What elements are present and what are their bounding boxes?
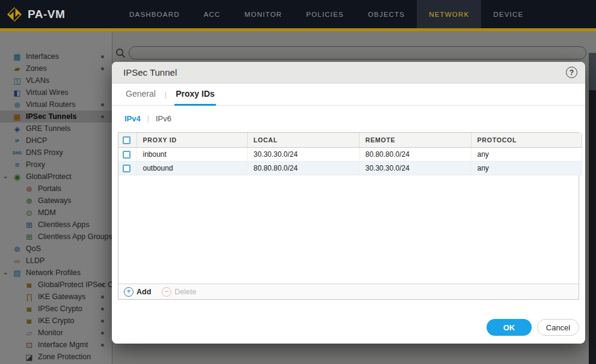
top-navbar: PA-VM DASHBOARD ACC MONITOR POLICIES OBJ… (0, 0, 596, 28)
table-row[interactable]: inbount 30.30.30.0/24 80.80.80.0/24 any (118, 147, 582, 161)
cell-proxy-id: inbount (137, 147, 247, 161)
cell-local: 80.80.80.0/24 (247, 161, 359, 175)
subtab-separator: | (147, 114, 149, 123)
nav-item-objects[interactable]: OBJECTS (356, 0, 417, 28)
row-checkbox[interactable] (123, 165, 131, 172)
cell-protocol: any (471, 161, 582, 175)
column-header-protocol[interactable]: PROTOCOL (471, 133, 582, 147)
nav-item-monitor[interactable]: MONITOR (233, 0, 295, 28)
dialog-title: IPSec Tunnel (123, 67, 177, 77)
minus-circle-icon: − (162, 287, 171, 297)
nav-menu: DASHBOARD ACC MONITOR POLICIES OBJECTS N… (117, 0, 535, 28)
nav-item-device[interactable]: DEVICE (481, 0, 535, 28)
cancel-button[interactable]: Cancel (537, 319, 579, 336)
proxy-id-table-container: PROXY ID LOCAL REMOTE PROTOCOL inbount 3… (118, 132, 579, 300)
nav-item-dashboard[interactable]: DASHBOARD (117, 0, 192, 28)
brand: PA-VM (0, 0, 117, 28)
nav-item-policies[interactable]: POLICIES (294, 0, 356, 28)
row-checkbox[interactable] (123, 151, 131, 159)
dialog-buttons: OK Cancel (487, 319, 579, 336)
tab-separator: | (165, 83, 167, 105)
table-header-row: PROXY ID LOCAL REMOTE PROTOCOL (118, 133, 582, 147)
cell-remote: 30.30.30.0/24 (359, 161, 471, 175)
dialog-tabs: General | Proxy IDs (112, 83, 585, 106)
column-header-remote[interactable]: REMOTE (359, 133, 471, 147)
select-all-checkbox[interactable] (123, 136, 131, 144)
subtab-ipv4[interactable]: IPv4 (124, 114, 141, 123)
subtab-ipv6[interactable]: IPv6 (156, 114, 171, 123)
add-button[interactable]: + Add (124, 287, 151, 297)
ipsec-tunnel-dialog: IPSec Tunnel ? General | Proxy IDs IPv4 … (112, 62, 585, 344)
table-footer: + Add − Delete (118, 284, 579, 299)
tab-general[interactable]: General (124, 83, 157, 106)
cell-local: 30.30.30.0/24 (247, 147, 359, 161)
plus-circle-icon: + (124, 287, 134, 297)
cell-remote: 80.80.80.0/24 (359, 147, 471, 161)
column-header-proxy-id[interactable]: PROXY ID (137, 133, 247, 147)
cell-proxy-id: outbound (137, 161, 247, 175)
nav-item-acc[interactable]: ACC (192, 0, 233, 28)
help-icon[interactable]: ? (566, 67, 577, 78)
column-header-local[interactable]: LOCAL (247, 133, 359, 147)
ok-button[interactable]: OK (487, 319, 532, 336)
cell-protocol: any (471, 147, 582, 161)
pan-logo-icon (7, 7, 22, 22)
proxy-id-table: PROXY ID LOCAL REMOTE PROTOCOL inbount 3… (118, 133, 582, 175)
ip-version-subtabs: IPv4 | IPv6 (124, 111, 171, 126)
dialog-header: IPSec Tunnel ? (112, 62, 585, 83)
brand-name: PA-VM (28, 8, 65, 21)
delete-button[interactable]: − Delete (162, 287, 196, 297)
nav-item-network[interactable]: NETWORK (417, 0, 481, 28)
accent-bar (0, 28, 596, 31)
tab-proxy-ids[interactable]: Proxy IDs (174, 83, 216, 106)
table-row[interactable]: outbound 80.80.80.0/24 30.30.30.0/24 any (118, 161, 582, 175)
